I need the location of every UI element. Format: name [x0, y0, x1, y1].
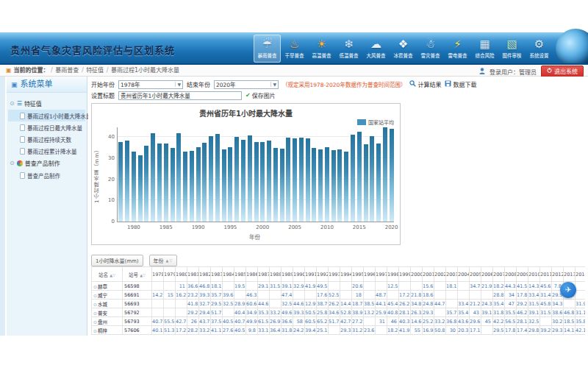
- chart-title-input[interactable]: [118, 91, 242, 100]
- toolbar-item-composite-risk[interactable]: ▦综合风险: [471, 35, 498, 63]
- row-expand-icon[interactable]: ⊙: [93, 284, 97, 289]
- year-header[interactable]: 2010: [528, 267, 540, 282]
- value-cell: [329, 282, 340, 291]
- sidebar-collapse-rail[interactable]: [0, 77, 6, 336]
- row-expand-icon[interactable]: ⊙: [93, 328, 97, 333]
- breadcrumb-item[interactable]: 暴雨普查: [55, 67, 79, 74]
- year-sort-button[interactable]: 年份 ▲▽: [149, 255, 178, 266]
- value-cell: 49.6: [282, 308, 293, 317]
- year-header[interactable]: 1981: [187, 267, 199, 282]
- sidebar-group[interactable]: ⊙普查产品制作: [8, 157, 85, 169]
- year-header[interactable]: 1996: [364, 267, 376, 282]
- table-row[interactable]: ⊙威宁5669114.21516.223.239.335.739.646.347…: [92, 291, 586, 300]
- toolbar-item-drought-survey[interactable]: ♨干旱普查: [281, 35, 308, 63]
- row-expand-icon[interactable]: ⊙: [93, 311, 97, 316]
- year-header[interactable]: 1983: [211, 267, 223, 282]
- tree-toggle-icon[interactable]: ⊙: [10, 160, 15, 166]
- sidebar-item[interactable]: 暴雨过程1小时最大降水量: [8, 110, 85, 121]
- value-cell: 36.6: [282, 317, 293, 326]
- toolbar-item-hail-survey[interactable]: ❖冰雹普查: [390, 35, 417, 63]
- year-header[interactable]: 1982: [199, 267, 211, 282]
- sidebar-item[interactable]: 暴雨过程日最大降水量: [8, 121, 85, 133]
- year-header[interactable]: 1985: [234, 267, 246, 282]
- value-cell: 14.4: [340, 300, 352, 308]
- year-header[interactable]: 1992: [317, 267, 329, 282]
- value-cell: 25.9: [376, 308, 387, 317]
- toolbar-item-snow-survey[interactable]: ☃雪灾普查: [417, 35, 444, 63]
- year-header[interactable]: 1993: [329, 267, 340, 282]
- toolbar-item-high-temp-survey[interactable]: ☀高温普查: [308, 35, 335, 63]
- year-header[interactable]: 1978: [152, 267, 164, 282]
- year-header[interactable]: 2007: [493, 267, 505, 282]
- value-cell: 31.5: [528, 300, 540, 308]
- save-image-button[interactable]: ✔ 保存图片: [245, 91, 276, 99]
- year-header[interactable]: 2009: [517, 267, 528, 282]
- sidebar-item[interactable]: 普查产品制作: [8, 169, 85, 181]
- station-name-header[interactable]: 站名 ▲▽: [92, 267, 123, 282]
- year-header[interactable]: 1989: [282, 267, 293, 282]
- year-header[interactable]: 1998: [387, 267, 399, 282]
- logout-button[interactable]: 退出系统: [541, 66, 584, 77]
- row-expand-icon[interactable]: ⊙: [93, 319, 97, 325]
- year-header[interactable]: 2008: [505, 267, 517, 282]
- assistant-float-button[interactable]: ✈: [560, 282, 576, 298]
- sidebar-group[interactable]: ⊙☰特征值: [8, 97, 85, 110]
- year-header[interactable]: 1991: [305, 267, 317, 282]
- start-year-select[interactable]: 1978年 ▼: [118, 80, 183, 89]
- chart-legend[interactable]: 国家站平均: [357, 118, 394, 126]
- year-header[interactable]: 1994: [340, 267, 352, 282]
- row-expand-icon[interactable]: ⊙: [93, 302, 97, 307]
- toolbar-item-label: 大风普查: [362, 53, 390, 59]
- end-year-select[interactable]: 2020年 ▼: [214, 80, 279, 89]
- year-header[interactable]: 1986: [246, 267, 258, 282]
- year-header[interactable]: 1999: [399, 267, 411, 282]
- year-header[interactable]: 2012: [552, 267, 564, 282]
- year-header[interactable]: 2014: [576, 267, 586, 282]
- value-cell: 28.8: [493, 291, 505, 300]
- toolbar-item-low-temp-survey[interactable]: ❄低温普查: [335, 35, 362, 63]
- y-tick-label: 0: [100, 219, 115, 224]
- table-row[interactable]: ⊙盘州5679340.755.542.72643.737.540.540.749…: [92, 317, 586, 326]
- table-row[interactable]: ⊙赫章565981136.646.818.119.529.131.539.132…: [92, 282, 586, 291]
- year-header[interactable]: 1990: [293, 267, 305, 282]
- year-header[interactable]: 2001: [423, 267, 434, 282]
- year-header[interactable]: 2013: [564, 267, 576, 282]
- table-row[interactable]: ⊙普安5679229.229.451.740.434.935.333.249.6…: [92, 308, 586, 317]
- sidebar-item[interactable]: 暴雨过程持续天数: [8, 133, 85, 145]
- toolbar-item-lightning-survey[interactable]: ⚡雷电普查: [444, 35, 471, 63]
- value-filter-button[interactable]: 1小时降水量(mm): [91, 255, 143, 266]
- year-header[interactable]: 2002: [434, 267, 446, 282]
- download-button[interactable]: 数据下载: [445, 80, 476, 88]
- row-expand-icon[interactable]: ⊙: [93, 293, 97, 298]
- year-header[interactable]: 1987: [258, 267, 270, 282]
- table-row[interactable]: ⊙水城5669341.832.729.532.528.960.644.632.5…: [92, 300, 586, 308]
- tree-toggle-icon[interactable]: ⊙: [10, 100, 15, 107]
- year-header[interactable]: 2004: [458, 267, 470, 282]
- toolbar-item-rainstorm-survey[interactable]: ☔暴雨普查: [254, 35, 281, 63]
- document-icon: [20, 148, 25, 155]
- year-header[interactable]: 1997: [376, 267, 387, 282]
- toolbar-item-gale-survey[interactable]: ☁大风普查: [362, 35, 390, 63]
- breadcrumb-item[interactable]: 暴雨过程1小时最大降水量: [111, 67, 179, 74]
- year-header[interactable]: 1984: [223, 267, 234, 282]
- year-header[interactable]: 1979: [164, 267, 176, 282]
- year-header[interactable]: 2005: [470, 267, 481, 282]
- year-header[interactable]: 2000: [411, 267, 423, 282]
- sidebar-item[interactable]: 暴雨过程累计降水量: [8, 145, 85, 157]
- year-header[interactable]: 1980: [176, 267, 187, 282]
- year-header[interactable]: 2003: [446, 267, 458, 282]
- value-cell: 38.9: [352, 308, 364, 317]
- toolbar-item-system-settings[interactable]: ⚙系统设置: [526, 35, 553, 63]
- toolbar-item-label: 综合风险: [471, 53, 498, 59]
- table-row[interactable]: ⊙桐梓5760640.151.317.228.233.241.127.640.5…: [92, 326, 586, 335]
- year-header[interactable]: 1995: [352, 267, 364, 282]
- year-header[interactable]: 1988: [270, 267, 282, 282]
- year-header[interactable]: 2006: [481, 267, 493, 282]
- toolbar-item-map-review[interactable]: ▧图件审核: [498, 35, 526, 63]
- calculate-button[interactable]: 计算结果: [409, 80, 441, 88]
- station-id-header[interactable]: 站号 ▲▽: [123, 267, 152, 282]
- year-header[interactable]: 2011: [540, 267, 552, 282]
- value-cell: 46: [387, 317, 399, 326]
- breadcrumb-item[interactable]: 特征值: [86, 67, 104, 74]
- value-cell: 39.2: [540, 326, 552, 335]
